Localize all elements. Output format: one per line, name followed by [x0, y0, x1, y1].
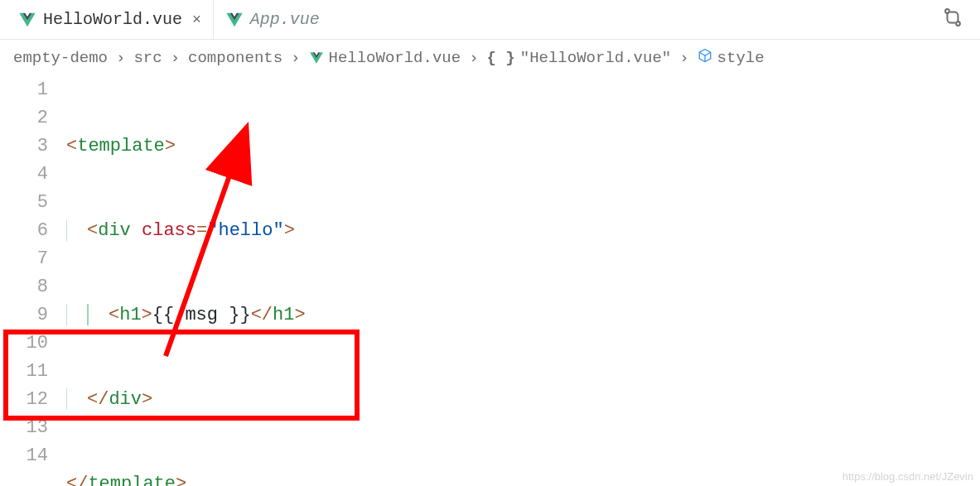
chevron-right-icon: ›: [171, 49, 180, 67]
tab-appvue[interactable]: App.vue: [214, 0, 331, 39]
tab-bar: HelloWorld.vue × App.vue: [0, 0, 980, 40]
breadcrumb-item[interactable]: components: [188, 49, 282, 67]
line-number: 7: [0, 245, 48, 273]
code-line: <template>: [66, 132, 980, 161]
line-number: 3: [0, 132, 48, 161]
breadcrumb-item[interactable]: style: [698, 48, 765, 68]
vue-icon: [225, 11, 244, 29]
line-number: 9: [0, 301, 48, 330]
vue-icon: [309, 51, 324, 65]
svg-point-4: [945, 9, 949, 13]
chevron-right-icon: ›: [679, 49, 688, 67]
watermark: https://blog.csdn.net/JZevin: [842, 470, 973, 483]
line-number: 4: [0, 161, 48, 189]
line-number: 12: [0, 386, 48, 414]
line-number: 13: [0, 414, 48, 442]
code-line: <div class="hello">: [66, 217, 980, 245]
code-line: </div>: [66, 386, 980, 414]
code-line: <h1>{{ msg }}</h1>: [66, 301, 980, 330]
line-number: 1: [0, 76, 48, 104]
breadcrumb-item[interactable]: empty-demo: [13, 49, 108, 67]
braces-icon: { }: [487, 49, 515, 67]
vue-icon: [18, 11, 36, 29]
line-number: 5: [0, 189, 48, 217]
compare-changes-icon[interactable]: [942, 14, 963, 33]
line-number: 2: [0, 104, 48, 132]
chevron-right-icon: ›: [469, 49, 478, 67]
breadcrumb: empty-demo › src › components › HelloWor…: [0, 40, 980, 76]
breadcrumb-item[interactable]: { } "HelloWorld.vue": [487, 49, 672, 67]
tab-label: HelloWorld.vue: [43, 10, 182, 29]
line-number: 6: [0, 217, 48, 245]
breadcrumb-item[interactable]: HelloWorld.vue: [309, 49, 461, 67]
code-area[interactable]: <template> <div class="hello"> <h1>{{ ms…: [66, 76, 980, 486]
chevron-right-icon: ›: [291, 49, 300, 67]
line-number: 14: [0, 442, 48, 470]
editor-actions: [942, 7, 973, 33]
chevron-right-icon: ›: [116, 49, 125, 67]
code-editor[interactable]: 1 2 3 4 5 6 7 8 9 10 11 12 13 14 <templa…: [0, 76, 980, 486]
line-number: 10: [0, 330, 48, 358]
cube-icon: [698, 48, 712, 68]
svg-point-5: [956, 22, 960, 26]
line-number: 8: [0, 273, 48, 301]
line-number: 11: [0, 358, 48, 386]
tab-label: App.vue: [250, 10, 320, 29]
close-icon[interactable]: ×: [189, 12, 201, 28]
breadcrumb-item[interactable]: src: [133, 49, 162, 67]
line-number-gutter: 1 2 3 4 5 6 7 8 9 10 11 12 13 14: [0, 76, 66, 486]
tab-helloworld[interactable]: HelloWorld.vue ×: [7, 0, 214, 39]
